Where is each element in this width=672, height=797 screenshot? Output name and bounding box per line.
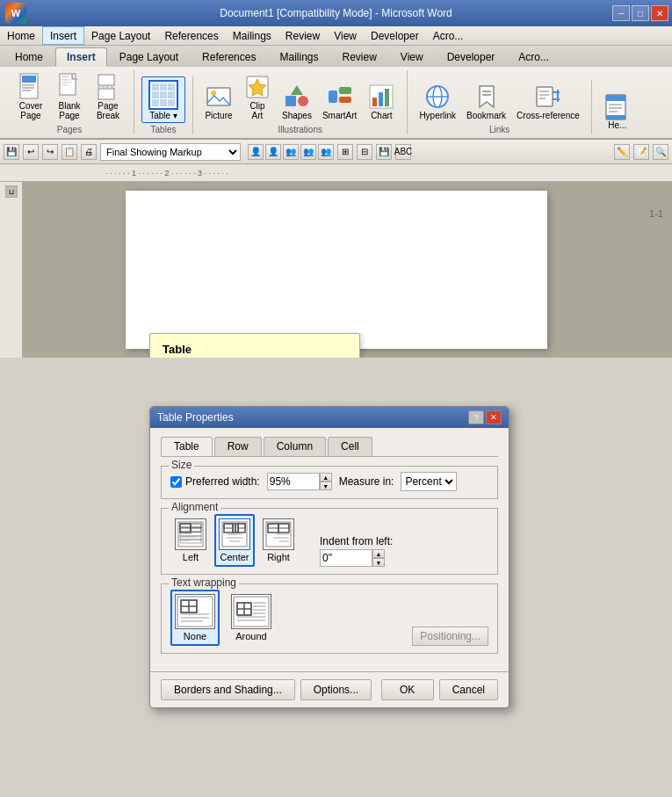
menu-review[interactable]: Review	[278, 26, 327, 45]
ok-button[interactable]: OK	[381, 679, 434, 700]
toolbar-icon-1[interactable]: 👤	[248, 144, 264, 160]
tab-acrobat[interactable]: Acro...	[507, 47, 560, 67]
alignment-section-title: Alignment	[169, 501, 220, 513]
markup-selector[interactable]: Final Showing Markup	[100, 143, 241, 161]
dialog-tab-table[interactable]: Table	[161, 437, 213, 456]
toolbar-right-3[interactable]: 🔍	[653, 144, 668, 160]
blank-page-icon	[55, 73, 83, 101]
svg-marker-19	[291, 85, 303, 95]
toolbar-btn-1[interactable]: 💾	[4, 144, 19, 160]
table-button[interactable]: Table ▾	[141, 76, 185, 123]
svg-rect-12	[98, 89, 114, 99]
svg-rect-20	[329, 91, 337, 103]
menu-page-layout[interactable]: Page Layout	[84, 26, 157, 45]
hyperlink-icon	[423, 83, 452, 111]
clip-art-button[interactable]: ClipArt	[239, 70, 276, 123]
blank-page-label: BlankPage	[58, 101, 80, 120]
toolbar-icon-4[interactable]: 👥	[300, 144, 316, 160]
shapes-button[interactable]: Shapes	[278, 80, 316, 123]
width-down-button[interactable]: ▼	[320, 482, 332, 490]
dialog-tab-cell[interactable]: Cell	[328, 437, 372, 456]
measure-in-select[interactable]: Percent Inches	[401, 472, 457, 491]
title-bar: W Document1 [Compatibility Mode] - Micro…	[0, 0, 672, 26]
wrap-none-label: None	[184, 631, 206, 641]
toolbar-icon-3[interactable]: 👥	[283, 144, 299, 160]
hyperlink-button[interactable]: Hyperlink	[415, 80, 460, 123]
ribbon-group-pages: CoverPage BlankPage	[5, 70, 134, 134]
svg-rect-24	[372, 98, 377, 106]
menu-view[interactable]: View	[327, 26, 364, 45]
positioning-button[interactable]: Positioning...	[412, 627, 488, 646]
svg-rect-10	[98, 75, 114, 85]
toolbar-right-1[interactable]: ✏️	[614, 144, 630, 160]
wrap-none-option[interactable]: None	[170, 590, 220, 646]
borders-shading-button[interactable]: Borders and Shading...	[161, 679, 295, 700]
align-center-option[interactable]: Center	[214, 514, 255, 567]
menu-home[interactable]: Home	[0, 26, 42, 45]
preferred-width-checkbox[interactable]	[170, 476, 182, 488]
menu-developer[interactable]: Developer	[364, 26, 426, 45]
cross-reference-button[interactable]: Cross-reference	[512, 80, 584, 123]
dialog-help-button[interactable]: ?	[468, 410, 484, 424]
tab-page-layout[interactable]: Page Layout	[108, 47, 190, 67]
dialog-close-button[interactable]: ✕	[486, 410, 502, 424]
toolbar-grid-icon[interactable]: ⊟	[357, 144, 372, 160]
toolbar-btn-redo[interactable]: ↪	[42, 144, 58, 160]
wrapping-row: None	[170, 590, 488, 646]
toolbar-icon-5[interactable]: 👥	[318, 144, 334, 160]
align-left-option[interactable]: Left	[170, 514, 211, 567]
toolbar-table-icon[interactable]: ⊞	[337, 144, 353, 160]
toolbar-abc-icon[interactable]: ABC	[395, 144, 411, 160]
chart-button[interactable]: Chart	[363, 80, 400, 123]
page-break-button[interactable]: PageBreak	[90, 70, 126, 123]
tab-insert[interactable]: Insert	[55, 47, 107, 67]
indent-down-button[interactable]: ▼	[372, 558, 385, 567]
menu-bar: Home Insert Page Layout References Maili…	[0, 26, 672, 46]
picture-button[interactable]: Picture	[200, 80, 237, 123]
indent-input[interactable]	[320, 549, 372, 567]
width-up-button[interactable]: ▲	[320, 473, 332, 482]
cancel-button[interactable]: Cancel	[439, 679, 498, 700]
minimize-button[interactable]: ─	[612, 5, 630, 21]
close-button[interactable]: ✕	[651, 5, 668, 21]
indent-input-group: ▲ ▼	[320, 549, 393, 567]
options-button[interactable]: Options...	[300, 679, 372, 700]
menu-references[interactable]: References	[157, 26, 225, 45]
blank-page-button[interactable]: BlankPage	[51, 70, 88, 123]
preferred-width-input[interactable]	[267, 473, 320, 490]
left-bar: ⊔	[0, 182, 23, 358]
wrap-around-option[interactable]: Around	[227, 590, 276, 646]
clip-art-icon	[243, 73, 271, 101]
wrap-none-icon	[175, 594, 215, 629]
tab-home[interactable]: Home	[4, 47, 54, 67]
svg-rect-9	[61, 84, 69, 86]
measure-in-label: Measure in:	[339, 475, 394, 488]
menu-insert[interactable]: Insert	[42, 26, 84, 45]
dialog-body: Table Row Column Cell Size Preferred wid…	[150, 428, 509, 671]
align-right-option[interactable]: Right	[258, 514, 299, 567]
cover-page-button[interactable]: CoverPage	[12, 70, 49, 123]
toolbar-btn-4[interactable]: 🖨	[81, 144, 97, 160]
dialog-footer: Borders and Shading... Options... OK Can…	[150, 671, 509, 707]
toolbar-icon-2[interactable]: 👤	[265, 144, 281, 160]
indent-up-button[interactable]: ▲	[372, 549, 385, 558]
header-footer-button[interactable]: He...	[599, 90, 636, 133]
preferred-width-check-row: Preferred width:	[170, 475, 260, 488]
menu-acrobat[interactable]: Acro...	[426, 26, 471, 45]
bookmark-button[interactable]: Bookmark	[462, 80, 510, 123]
tab-references[interactable]: References	[191, 47, 267, 67]
menu-mailings[interactable]: Mailings	[226, 26, 278, 45]
toolbar-save2-icon[interactable]: 💾	[376, 144, 392, 160]
dialog-tab-column[interactable]: Column	[264, 437, 326, 456]
dialog-tab-row[interactable]: Row	[214, 437, 262, 456]
toolbar-btn-3[interactable]: 📋	[61, 144, 77, 160]
maximize-button[interactable]: □	[632, 5, 649, 21]
tab-mailings[interactable]: Mailings	[268, 47, 329, 67]
tab-developer[interactable]: Developer	[436, 47, 507, 67]
smartart-button[interactable]: SmartArt	[318, 80, 361, 123]
tab-view[interactable]: View	[389, 47, 435, 67]
toolbar-btn-undo[interactable]: ↩	[23, 144, 39, 160]
ruler-marker: ⊔	[5, 185, 18, 198]
toolbar-right-2[interactable]: 📝	[633, 144, 649, 160]
tab-review[interactable]: Review	[330, 47, 387, 67]
